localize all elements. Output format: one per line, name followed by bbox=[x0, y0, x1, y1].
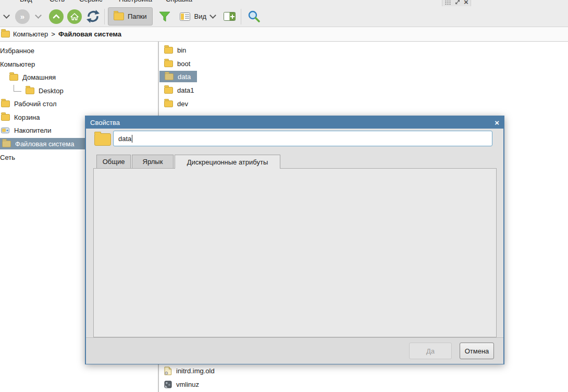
toolbar-separator bbox=[104, 9, 105, 24]
breadcrumb-separator: > bbox=[51, 30, 55, 38]
tab-general[interactable]: Общие bbox=[96, 155, 131, 168]
file-name: data bbox=[178, 73, 191, 81]
file-name: dev bbox=[177, 100, 188, 108]
menu-network[interactable]: Сеть bbox=[50, 0, 65, 3]
menu-bar: Вид Сеть Сервис Настройка Справка × bbox=[0, 0, 568, 6]
name-input[interactable]: data bbox=[113, 131, 492, 146]
up-icon bbox=[53, 14, 60, 19]
sidebar-item-label: Корзина bbox=[14, 113, 40, 121]
window-controls: × bbox=[442, 0, 471, 6]
close-icon[interactable]: × bbox=[495, 119, 499, 127]
sidebar-item-favorites[interactable]: Избранное bbox=[0, 45, 34, 56]
ok-button[interactable]: Да bbox=[409, 343, 452, 359]
sidebar-item-desktop[interactable]: Desktop bbox=[14, 85, 64, 96]
folder-icon bbox=[1, 100, 10, 107]
tab-pane bbox=[93, 168, 497, 337]
breadcrumb-root[interactable]: Компьютер bbox=[13, 30, 48, 38]
dialog-title: Свойства bbox=[90, 119, 120, 127]
file-name: data1 bbox=[177, 86, 194, 94]
grid-icon[interactable] bbox=[444, 0, 451, 5]
forward-button[interactable]: » bbox=[15, 9, 30, 24]
file-name: initrd.img.old bbox=[176, 367, 215, 375]
chevron-down-icon bbox=[209, 12, 216, 19]
dialog-titlebar[interactable]: Свойства × bbox=[86, 117, 503, 129]
search-icon bbox=[248, 10, 261, 23]
resize-icon[interactable] bbox=[454, 0, 461, 5]
tab-label: Общие bbox=[103, 158, 125, 166]
file-row-vmlinuz[interactable]: vmlinuz bbox=[159, 378, 199, 390]
file-name: boot bbox=[177, 60, 190, 68]
toolbar: » Папки Вид bbox=[0, 6, 568, 27]
text-caret bbox=[132, 135, 132, 143]
file-name: vmlinuz bbox=[176, 381, 199, 388]
sidebar-item-desktop-folder[interactable]: Рабочий стол bbox=[1, 98, 57, 109]
add-panel-icon bbox=[224, 12, 236, 21]
tree-connector bbox=[14, 85, 21, 92]
file-row-bin[interactable]: bin bbox=[159, 44, 186, 56]
properties-dialog: Свойства × data Общие Ярлык Дискреционны… bbox=[85, 116, 504, 364]
forward-icon: » bbox=[20, 12, 24, 21]
cancel-button[interactable]: Отмена bbox=[460, 343, 494, 359]
folder-icon bbox=[165, 73, 174, 80]
name-input-value: data bbox=[118, 135, 131, 143]
file-name: bin bbox=[177, 46, 186, 54]
sidebar-item-drives[interactable]: Накопители bbox=[1, 124, 51, 136]
menu-help[interactable]: Справка bbox=[166, 0, 192, 3]
chevron-down-icon[interactable] bbox=[3, 12, 10, 19]
file-manager-window: Вид Сеть Сервис Настройка Справка × » bbox=[0, 0, 568, 392]
tab-label: Дискреционные атрибуты bbox=[187, 158, 268, 166]
tab-label: Ярлык bbox=[143, 158, 163, 166]
breadcrumb: Компьютер > Файловая система bbox=[0, 27, 568, 42]
sidebar-item-computer[interactable]: Компьютер bbox=[0, 58, 35, 70]
sidebar-item-label: Избранное bbox=[0, 47, 34, 55]
folder-icon bbox=[164, 100, 173, 107]
filter-button[interactable] bbox=[159, 11, 170, 22]
menu-view[interactable]: Вид bbox=[20, 0, 32, 3]
file-row-initrd[interactable]: initrd.img.old bbox=[159, 365, 215, 376]
file-link-icon bbox=[164, 366, 172, 375]
file-row-data1[interactable]: data1 bbox=[159, 84, 194, 96]
menu-service[interactable]: Сервис bbox=[79, 0, 103, 3]
folder-icon bbox=[2, 141, 11, 147]
folder-icon bbox=[164, 60, 173, 67]
file-row-data[interactable]: data bbox=[159, 71, 197, 82]
sidebar-item-label: Накопители bbox=[14, 127, 51, 134]
tab-shortcut[interactable]: Ярлык bbox=[132, 155, 174, 168]
home-button[interactable] bbox=[67, 9, 82, 24]
folder-icon bbox=[94, 133, 110, 145]
folders-button-label: Папки bbox=[128, 12, 147, 20]
add-panel-button[interactable] bbox=[224, 12, 236, 21]
sidebar-item-label: Рабочий стол bbox=[14, 100, 57, 108]
menu-settings[interactable]: Настройка bbox=[119, 0, 152, 3]
filter-icon bbox=[159, 11, 170, 22]
search-button[interactable] bbox=[248, 10, 261, 23]
sidebar-item-label: Компьютер bbox=[0, 60, 35, 68]
view-button-label: Вид bbox=[194, 12, 207, 20]
breadcrumb-current: Файловая система bbox=[58, 30, 121, 38]
folder-icon bbox=[1, 31, 10, 37]
home-icon bbox=[70, 13, 79, 20]
chevron-down-icon[interactable] bbox=[35, 12, 42, 19]
sidebar-item-network[interactable]: Сеть bbox=[0, 151, 15, 163]
folder-icon bbox=[1, 114, 10, 121]
sidebar-item-home[interactable]: Домашняя bbox=[9, 71, 56, 83]
sidebar-item-label: Desktop bbox=[39, 87, 64, 95]
refresh-button[interactable] bbox=[86, 9, 100, 23]
sidebar-item-label: Файловая система bbox=[15, 140, 74, 148]
folder-icon bbox=[164, 87, 173, 94]
dialog-footer: Да Отмена bbox=[86, 337, 503, 364]
close-window-icon[interactable]: × bbox=[464, 0, 468, 5]
tab-discretionary-attributes[interactable]: Дискреционные атрибуты bbox=[175, 155, 280, 169]
view-mode-button[interactable]: Вид bbox=[175, 8, 221, 25]
refresh-icon bbox=[86, 9, 100, 23]
folder-icon bbox=[114, 12, 124, 20]
file-row-dev[interactable]: dev bbox=[159, 98, 188, 109]
drive-icon bbox=[1, 127, 10, 134]
folder-icon bbox=[9, 74, 18, 81]
toolbar-separator bbox=[241, 9, 241, 24]
view-icon bbox=[180, 12, 190, 21]
sidebar-item-trash[interactable]: Корзина bbox=[1, 111, 40, 123]
folders-toggle-button[interactable]: Папки bbox=[108, 7, 153, 26]
up-button[interactable] bbox=[49, 9, 64, 24]
file-row-boot[interactable]: boot bbox=[159, 58, 190, 69]
